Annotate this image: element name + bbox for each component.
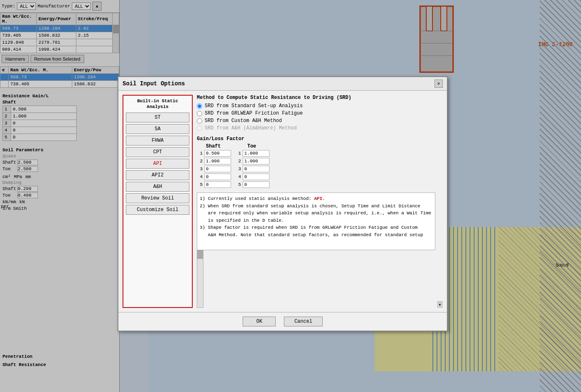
srd-label-4: SRD from A&H (Alm&Hamre) Method xyxy=(205,125,297,131)
srd-label-3: SRD from Custom A&H Method xyxy=(205,118,282,124)
shaft-gain-input-3[interactable] xyxy=(204,166,231,172)
gain-row-4: 4 xyxy=(197,174,231,180)
gain-row-2: 2 xyxy=(197,158,231,164)
info-line-6: A&H Method. Note that standard setup fac… xyxy=(200,232,432,239)
info-text-wrapper: 1) Currently used static analysis method… xyxy=(197,192,443,308)
analysis-column: Built-in Static Analysis ST SA FHWA CPT … xyxy=(123,95,193,308)
toe-gain-input-3[interactable] xyxy=(243,166,269,172)
toe-gain-input-2[interactable] xyxy=(243,158,269,164)
info-line-1: 1) Currently used static analysis method… xyxy=(200,195,432,203)
srd-option-1: SRD from Standard Set-up Analysis xyxy=(197,103,443,109)
info-scrollbar[interactable]: ▼ xyxy=(197,250,203,308)
srd-option-2: SRD from GRLWEAP Friction Fatigue xyxy=(197,110,443,116)
toe-gain-row-3: 3 xyxy=(235,166,269,172)
srd-label-1: SRD from Standard Set-up Analysis xyxy=(205,103,303,109)
row-num: 5 xyxy=(235,182,241,187)
cpt-button[interactable]: CPT xyxy=(126,147,189,157)
srd-radio-4 xyxy=(197,126,202,131)
soil-input-dialog: Soil Input Options × Built-in Static Ana… xyxy=(118,76,448,331)
customize-soil-button[interactable]: Customize Soil xyxy=(126,205,189,215)
options-column: Method to Compute Static Resistance to D… xyxy=(197,95,443,308)
toe-gain-row-4: 4 xyxy=(235,174,269,180)
analysis-title: Built-in Static Analysis xyxy=(126,98,189,110)
row-num: 4 xyxy=(235,174,241,179)
row-num: 3 xyxy=(235,167,241,171)
dialog-titlebar: Soil Input Options × xyxy=(118,77,447,91)
cancel-button[interactable]: Cancel xyxy=(284,317,322,326)
row-num: 2 xyxy=(197,159,203,164)
srd-radio-2[interactable] xyxy=(197,111,202,116)
toe-gain-row-5: 5 xyxy=(235,181,269,188)
shaft-gain-input-5[interactable] xyxy=(204,181,231,188)
api-highlight: API. xyxy=(314,196,325,201)
gain-row-5: 5 xyxy=(197,181,231,188)
toe-gain-input-5[interactable] xyxy=(243,181,269,188)
dialog-title: Soil Input Options xyxy=(123,80,185,87)
srd-title: Method to Compute Static Resistance to D… xyxy=(197,95,443,101)
review-soil-button[interactable]: Review Soil xyxy=(126,193,189,203)
ok-button[interactable]: OK xyxy=(243,317,276,326)
fhwa-button[interactable]: FHWA xyxy=(126,136,189,146)
info-line-2: 2) When SRD from standard setup analysis… xyxy=(200,203,432,210)
toe-gain-input-1[interactable] xyxy=(243,150,269,157)
row-num: 5 xyxy=(197,182,203,187)
scrollbar-thumb xyxy=(197,251,203,259)
gain-loss-tables: Shaft 1 2 3 4 xyxy=(197,143,443,188)
srd-option-3: SRD from Custom A&H Method xyxy=(197,118,443,124)
close-button[interactable]: × xyxy=(435,80,443,88)
toe-gain-row-1: 1 xyxy=(235,150,269,157)
st-button[interactable]: ST xyxy=(126,113,189,122)
dialog-body: Built-in Static Analysis ST SA FHWA CPT … xyxy=(118,91,447,312)
shaft-gain-input-4[interactable] xyxy=(204,174,231,180)
info-line-5: 3) Shape factor is required when SRD is … xyxy=(200,224,432,232)
gain-loss-title: Gain/Loss Factor xyxy=(197,136,443,142)
row-num: 1 xyxy=(197,151,203,156)
toe-col-header: Toe xyxy=(235,143,268,149)
info-line-3: are required only when variable setup an… xyxy=(200,210,432,217)
toe-gain-col: Toe 1 2 3 4 xyxy=(235,143,269,188)
row-num: 3 xyxy=(197,167,203,171)
toe-gain-input-4[interactable] xyxy=(243,174,269,180)
scroll-down-btn[interactable]: ▼ xyxy=(437,301,443,308)
srd-label-2: SRD from GRLWEAP Friction Fatigue xyxy=(205,110,303,116)
shaft-col-header: Shaft xyxy=(197,143,230,149)
api-button[interactable]: API xyxy=(126,159,189,169)
srd-radio-group: SRD from Standard Set-up Analysis SRD fr… xyxy=(197,103,443,131)
info-line-4: is specified in the D table. xyxy=(200,217,432,225)
api2-button[interactable]: API2 xyxy=(126,170,189,180)
anh-button[interactable]: A&H xyxy=(126,182,189,192)
shaft-gain-col: Shaft 1 2 3 4 xyxy=(197,143,231,188)
row-num: 2 xyxy=(235,159,241,164)
gain-row-3: 3 xyxy=(197,166,231,172)
srd-radio-3[interactable] xyxy=(197,118,202,124)
toe-gain-row-2: 2 xyxy=(235,158,269,164)
row-num: 4 xyxy=(197,174,203,179)
info-text-area: 1) Currently used static analysis method… xyxy=(197,192,435,250)
row-num: 1 xyxy=(235,151,241,156)
sa-button[interactable]: SA xyxy=(126,124,189,134)
shaft-gain-input-2[interactable] xyxy=(204,158,231,164)
srd-option-4: SRD from A&H (Alm&Hamre) Method xyxy=(197,125,443,131)
srd-radio-1[interactable] xyxy=(197,103,202,109)
shaft-gain-input-1[interactable] xyxy=(204,150,231,157)
gain-row-1: 1 xyxy=(197,150,231,157)
dialog-footer: OK Cancel xyxy=(118,312,447,331)
